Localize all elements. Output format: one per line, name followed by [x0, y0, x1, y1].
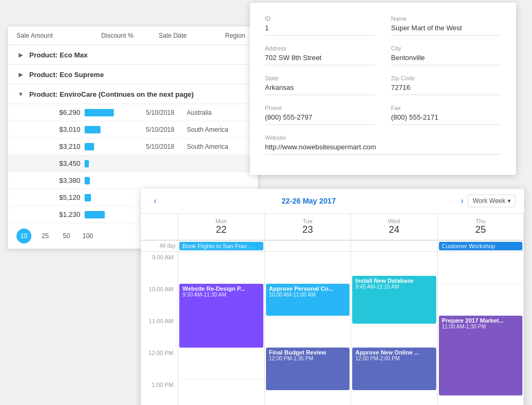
cal-days-header-row: Mon 22 Tue 23 Wed 24 Thu 25: [141, 214, 524, 241]
form-field-fax: Fax (800) 555-2171: [391, 105, 501, 125]
chevron-right-icon: ▶: [16, 50, 25, 59]
field-label: Zip Code: [391, 75, 501, 81]
sale-amount-cell: $3,380: [16, 176, 80, 184]
field-label: City: [391, 45, 501, 52]
discount-bar: [85, 177, 90, 184]
page-btn-50[interactable]: 50: [59, 229, 74, 243]
chevron-right-icon: ▶: [16, 70, 25, 79]
all-day-cell-tue: [265, 241, 352, 251]
field-value: Bentonville: [391, 54, 501, 65]
calendar-event[interactable]: Approve Personal Co... 10:00 AM-11:00 AM: [266, 284, 350, 316]
time-label: 12:00 PM: [141, 348, 178, 379]
table-row: $3,450: [8, 155, 258, 172]
event-time: 9:30 AM-11:30 AM: [182, 292, 260, 298]
table-header: Sale Amount Discount % Sale Date Region: [8, 27, 258, 45]
cal-next-button[interactable]: ›: [456, 194, 468, 208]
cal-day-name: Tue: [270, 218, 346, 224]
time-label: 1:00 PM: [141, 379, 178, 405]
event-title: Approve New Online ...: [355, 349, 433, 356]
event-title: Approve Personal Co...: [269, 285, 347, 292]
discount-bar-cell: [80, 109, 134, 116]
field-value: Arkansas: [265, 83, 375, 95]
group-eco-max-label: Product: Eco Max: [29, 51, 88, 59]
event-title: Website Re-Design P...: [182, 285, 260, 292]
cal-day-header-mon: Mon 22: [178, 214, 265, 240]
day-col-tue: Approve Personal Co... 10:00 AM-11:00 AM…: [265, 252, 352, 405]
table-row: $3,010 5/10/2018 South America: [8, 121, 258, 138]
all-day-event[interactable]: Book Flights to San Fran ...: [179, 242, 263, 250]
time-col-header: [141, 214, 178, 240]
page-btn-100[interactable]: 100: [80, 229, 95, 243]
field-label: Address: [265, 45, 375, 52]
form-field-state: State Arkansas: [265, 75, 375, 95]
cal-day-num: 22: [184, 224, 259, 235]
cal-view-select[interactable]: Work Week ▾: [468, 195, 516, 207]
time-label: 11:00 AM: [141, 316, 178, 348]
event-time: 9:45 AM-11:15 AM: [355, 284, 433, 290]
sale-amount-cell: $1,230: [16, 210, 80, 218]
day-col-mon: Website Re-Design P... 9:30 AM-11:30 AM: [178, 252, 265, 405]
cal-title: 22-26 May 2017: [161, 197, 456, 205]
sale-amount-cell: $3,450: [16, 159, 80, 167]
event-time: 10:00 AM-11:00 AM: [269, 292, 347, 298]
field-label: Website: [265, 134, 501, 141]
page-btn-25[interactable]: 25: [38, 229, 53, 243]
time-label: 9:00 AM: [141, 252, 178, 284]
event-time: 12:00 PM-1:35 PM: [269, 356, 347, 361]
group-eco-supreme[interactable]: ▶ Product: Eco Supreme: [8, 65, 258, 85]
form-field-address: Address 702 SW 8th Street: [265, 45, 375, 65]
sale-date-cell: 5/10/2018: [134, 143, 187, 150]
cal-day-name: Wed: [356, 218, 432, 224]
calendar-event[interactable]: Website Re-Design P... 9:30 AM-11:30 AM: [179, 284, 263, 348]
sale-date-cell: 5/10/2018: [134, 126, 187, 133]
form-field-zip-code: Zip Code 72716: [391, 75, 501, 95]
col-region: Region: [187, 32, 245, 39]
col-discount: Discount %: [80, 32, 134, 39]
calendar-event[interactable]: Final Budget Review 12:00 PM-1:35 PM: [266, 348, 350, 390]
form-grid: ID 1 Name Super Mart of the West Address…: [265, 15, 501, 164]
discount-bar: [85, 194, 91, 201]
sale-amount-cell: $5,120: [16, 193, 80, 201]
form-field-phone: Phone (800) 555-2797: [265, 105, 375, 125]
all-day-event[interactable]: Customer Workshop: [439, 242, 523, 250]
discount-bar: [85, 143, 94, 150]
group-eco-max[interactable]: ▶ Product: Eco Max: [8, 45, 258, 65]
field-value: 1: [265, 24, 375, 36]
form-field-id: ID 1: [265, 15, 375, 36]
region-cell: South America: [187, 143, 245, 150]
chevron-down-icon: ▼: [16, 90, 25, 98]
discount-bar-cell: [80, 143, 134, 150]
calendar-event[interactable]: Approve New Online ... 12:00 PM-2:00 PM: [352, 348, 436, 390]
cal-prev-button[interactable]: ‹: [149, 194, 161, 208]
page-btn-10[interactable]: 10: [16, 229, 31, 243]
field-label: Fax: [391, 105, 501, 111]
cal-day-headers: Mon 22 Tue 23 Wed 24 Thu 25: [141, 214, 524, 241]
group-envirocare-label: Product: EnviroCare (Continues on the ne…: [29, 90, 194, 98]
form-field-name: Name Super Mart of the West: [391, 15, 501, 36]
cal-view-label: Work Week: [472, 197, 505, 205]
sale-amount-cell: $6,290: [16, 108, 80, 116]
form-field-city: City Bentonville: [391, 45, 501, 65]
discount-bar-cell: [80, 160, 134, 167]
cal-day-header-tue: Tue 23: [265, 214, 352, 240]
form-panel: ID 1 Name Super Mart of the West Address…: [250, 3, 516, 175]
cal-day-name: Thu: [443, 218, 519, 224]
all-day-cell-mon: Book Flights to San Fran ...: [178, 241, 265, 251]
table-row: $3,210 5/10/2018 South America: [8, 138, 258, 155]
calendar-event[interactable]: Prepare 2017 Market... 11:00 AM-1:30 PM: [439, 316, 523, 395]
field-label: Name: [391, 15, 501, 22]
all-day-label: All day: [141, 241, 178, 251]
col-sale-date: Sale Date: [134, 32, 187, 39]
all-day-row: All day Book Flights to San Fran ... Cus…: [141, 241, 524, 252]
event-title: Prepare 2017 Market...: [442, 317, 520, 324]
calendar-event[interactable]: Install New Database 9:45 AM-11:15 AM: [352, 276, 436, 324]
discount-bar-cell: [80, 126, 134, 133]
region-cell: South America: [187, 126, 245, 133]
discount-bar: [85, 109, 114, 116]
sale-date-cell: 5/10/2018: [134, 109, 187, 116]
table-row: $6,290 5/10/2018 Australia: [8, 104, 258, 121]
all-day-cell-wed: [351, 241, 438, 251]
discount-bar-cell: [80, 211, 134, 218]
form-field-website: Website http://www.nowebsitesupermart.co…: [265, 134, 501, 155]
group-envirocare[interactable]: ▼ Product: EnviroCare (Continues on the …: [8, 85, 258, 104]
